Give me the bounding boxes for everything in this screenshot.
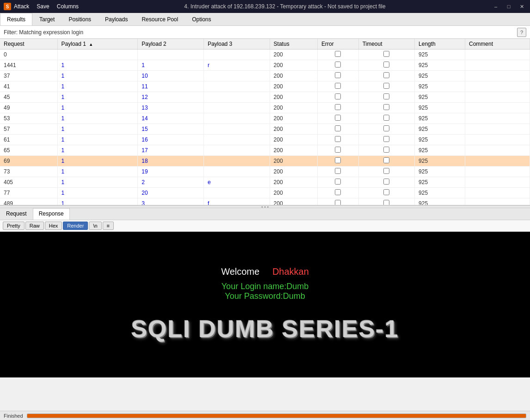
cell-5-row-1[interactable] [318, 60, 359, 71]
view-raw[interactable]: Raw [25, 222, 44, 230]
menu-columns[interactable]: Columns [57, 3, 79, 10]
cell-6-row-10[interactable] [358, 156, 414, 167]
table-row[interactable]: 65117200925 [0, 145, 530, 156]
cell-8-row-0 [465, 49, 530, 60]
cell-6-row-3[interactable] [358, 81, 414, 92]
cell-6-row-1[interactable] [358, 60, 414, 71]
cell-5-row-0[interactable] [318, 49, 359, 60]
menu-attack[interactable]: Attack [14, 3, 29, 10]
col-request[interactable]: Request [0, 39, 57, 49]
cell-5-row-9[interactable] [318, 145, 359, 156]
table-row[interactable]: 69118200925 [0, 156, 530, 167]
table-row[interactable]: 41111200925 [0, 81, 530, 92]
cell-2-row-13: 20 [138, 188, 204, 198]
app-icon: S [4, 3, 11, 10]
view-hex[interactable]: Hex [45, 222, 62, 230]
cell-6-row-11[interactable] [358, 167, 414, 177]
tab-options[interactable]: Options [185, 13, 218, 25]
cell-6-row-7[interactable] [358, 124, 414, 135]
table-row[interactable]: 53114200925 [0, 113, 530, 124]
cell-1-row-14: 1 [57, 198, 138, 206]
table-row[interactable]: 57115200925 [0, 124, 530, 135]
table-row[interactable]: 45112200925 [0, 92, 530, 103]
table-row[interactable]: 37110200925 [0, 71, 530, 81]
cell-6-row-4[interactable] [358, 92, 414, 103]
results-table-container[interactable]: Request Payload 1 ▲ Payload 2 Payload 3 … [0, 39, 530, 205]
cell-8-row-4 [465, 92, 530, 103]
view-menu[interactable]: ≡ [103, 222, 114, 230]
cell-0-row-3: 41 [0, 81, 57, 92]
cell-6-row-2[interactable] [358, 71, 414, 81]
window-controls[interactable]: – □ ✕ [491, 2, 526, 11]
tab-request[interactable]: Request [0, 208, 33, 220]
cell-5-row-10[interactable] [318, 156, 359, 167]
tab-results[interactable]: Results [0, 13, 32, 25]
menu-bar[interactable]: Attack Save Columns [14, 3, 79, 10]
cell-5-row-8[interactable] [318, 135, 359, 145]
table-row[interactable]: 40512e200925 [0, 177, 530, 188]
cell-2-row-3: 11 [138, 81, 204, 92]
tab-positions[interactable]: Positions [62, 13, 98, 25]
cell-0-row-12: 405 [0, 177, 57, 188]
table-row[interactable]: 144111r200925 [0, 60, 530, 71]
view-newline[interactable]: \n [89, 222, 101, 230]
cell-8-row-11 [465, 167, 530, 177]
cell-5-row-7[interactable] [318, 124, 359, 135]
cell-2-row-10: 18 [138, 156, 204, 167]
cell-5-row-5[interactable] [318, 103, 359, 113]
close-button[interactable]: ✕ [517, 2, 526, 11]
cell-6-row-8[interactable] [358, 135, 414, 145]
table-row[interactable]: 0200925 [0, 49, 530, 60]
help-button[interactable]: ? [517, 28, 526, 37]
col-payload1[interactable]: Payload 1 ▲ [57, 39, 138, 49]
cell-6-row-6[interactable] [358, 113, 414, 124]
cell-3-row-1: r [203, 60, 270, 71]
cell-4-row-1: 200 [270, 60, 317, 71]
maximize-button[interactable]: □ [504, 2, 513, 11]
col-comment[interactable]: Comment [465, 39, 530, 49]
col-payload3[interactable]: Payload 3 [203, 39, 270, 49]
cell-5-row-3[interactable] [318, 81, 359, 92]
cell-8-row-6 [465, 113, 530, 124]
tab-resource-pool[interactable]: Resource Pool [135, 13, 185, 25]
cell-1-row-6: 1 [57, 113, 138, 124]
tab-response[interactable]: Response [33, 208, 70, 220]
view-pretty[interactable]: Pretty [3, 222, 25, 230]
cell-6-row-13[interactable] [358, 188, 414, 198]
cell-0-row-2: 37 [0, 71, 57, 81]
cell-5-row-14[interactable] [318, 198, 359, 206]
table-row[interactable]: 77120200925 [0, 188, 530, 198]
cell-5-row-6[interactable] [318, 113, 359, 124]
cell-8-row-13 [465, 188, 530, 198]
cell-5-row-12[interactable] [318, 177, 359, 188]
cell-6-row-5[interactable] [358, 103, 414, 113]
tab-payloads[interactable]: Payloads [98, 13, 135, 25]
cell-5-row-2[interactable] [318, 71, 359, 81]
col-length[interactable]: Length [415, 39, 465, 49]
cell-7-row-2: 925 [415, 71, 465, 81]
col-payload2[interactable]: Payload 2 [138, 39, 204, 49]
cell-1-row-0 [57, 49, 138, 60]
cell-6-row-14[interactable] [358, 198, 414, 206]
cell-2-row-2: 10 [138, 71, 204, 81]
view-render[interactable]: Render [63, 222, 88, 230]
cell-6-row-9[interactable] [358, 145, 414, 156]
minimize-button[interactable]: – [491, 2, 500, 11]
cell-5-row-11[interactable] [318, 167, 359, 177]
table-row[interactable]: 49113200925 [0, 103, 530, 113]
cell-5-row-4[interactable] [318, 92, 359, 103]
cell-4-row-12: 200 [270, 177, 317, 188]
table-row[interactable]: 73119200925 [0, 167, 530, 177]
progress-fill [27, 414, 526, 418]
table-row[interactable]: 61116200925 [0, 135, 530, 145]
tab-target[interactable]: Target [32, 13, 62, 25]
cell-6-row-12[interactable] [358, 177, 414, 188]
render-area: Welcome Dhakkan Your Login name:Dumb You… [0, 232, 530, 377]
col-error[interactable]: Error [318, 39, 359, 49]
col-timeout[interactable]: Timeout [358, 39, 414, 49]
cell-5-row-13[interactable] [318, 188, 359, 198]
cell-6-row-0[interactable] [358, 49, 414, 60]
col-status[interactable]: Status [270, 39, 317, 49]
cell-7-row-13: 925 [415, 188, 465, 198]
menu-save[interactable]: Save [37, 3, 49, 10]
